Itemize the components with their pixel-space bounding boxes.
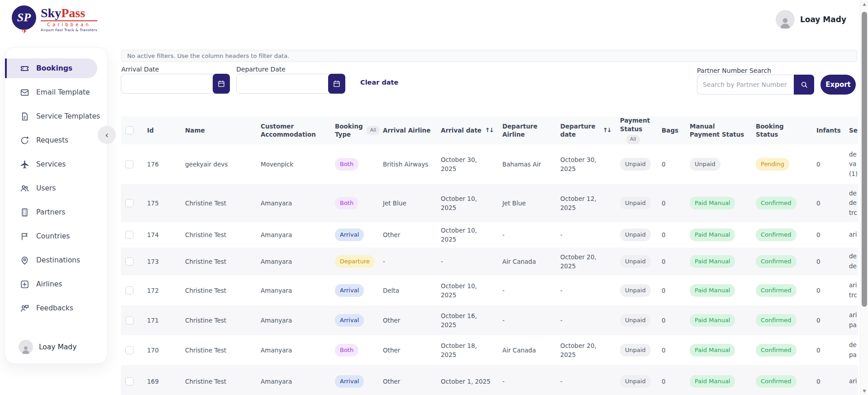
- cell-departure-airline: Air Canada: [498, 247, 556, 276]
- booking-row-175[interactable]: 175Christine TestAmanyaraBothJet BlueOct…: [121, 184, 858, 222]
- partner-search-button[interactable]: [794, 75, 814, 95]
- cell-departure-date: October 20, 2025: [556, 247, 615, 276]
- cell-bags: 0: [657, 222, 685, 247]
- cell-payment-status: Unpaid: [615, 305, 657, 335]
- cell-booking-status: Confirmed: [751, 335, 812, 365]
- booking-row-174[interactable]: 174Christine TestAmanyaraArrivalOtherOct…: [121, 222, 858, 247]
- cell-payment-status: Unpaid: [615, 335, 657, 365]
- row-checkbox[interactable]: [125, 231, 134, 239]
- users-icon: [20, 184, 29, 193]
- cell-arrival-date: October 30, 2025: [436, 144, 498, 184]
- booking-status-badge: Confirmed: [756, 284, 796, 297]
- export-button[interactable]: Export: [820, 75, 856, 95]
- sidebar-item-users[interactable]: Users: [5, 178, 107, 198]
- sidebar-item-bookings[interactable]: Bookings: [5, 58, 97, 78]
- column-header-arrival-date[interactable]: Arrival date↑↓: [436, 116, 498, 144]
- cell-services: ari: [844, 365, 858, 395]
- sidebar-item-services[interactable]: Services: [5, 154, 107, 174]
- row-select-cell: [121, 305, 143, 335]
- column-header-booking-type[interactable]: Booking TypeAll: [330, 116, 378, 144]
- row-checkbox[interactable]: [125, 199, 134, 207]
- payment-status-filter-badge[interactable]: All: [626, 135, 640, 144]
- arrival-date-calendar-button[interactable]: [213, 74, 230, 94]
- row-checkbox[interactable]: [125, 257, 134, 266]
- column-header-services: Se: [844, 116, 858, 144]
- cell-infants: 0: [812, 184, 844, 222]
- cell-infants: 0: [812, 305, 844, 335]
- row-checkbox[interactable]: [125, 346, 134, 354]
- booking-type-badge: Arrival: [335, 314, 364, 327]
- cell-departure-date: October 20, 2025: [556, 335, 615, 365]
- sidebar-item-email-template[interactable]: Email Template: [5, 82, 107, 102]
- cell-arrival-date: October 16, 2025: [436, 305, 498, 335]
- cell-bags: 0: [657, 305, 685, 335]
- scrollbar-thumb[interactable]: [862, 12, 867, 307]
- select-all-checkbox[interactable]: [125, 126, 134, 134]
- sidebar: BookingsEmail TemplateService TemplatesR…: [5, 47, 108, 364]
- manual-payment-status-badge: Paid Manual: [690, 255, 735, 268]
- sort-icon[interactable]: ↑↓: [603, 126, 611, 134]
- row-select-cell: [121, 276, 143, 305]
- sidebar-user[interactable]: Loay Mady: [5, 340, 107, 354]
- cell-manual-payment-status: Paid Manual: [685, 365, 751, 395]
- booking-row-171[interactable]: 171Christine TestAmanyaraArrivalOtherOct…: [121, 305, 858, 335]
- sidebar-collapse-button[interactable]: ‹: [98, 126, 116, 144]
- sidebar-item-airlines[interactable]: Airlines: [5, 274, 107, 294]
- services-text-line: de: [849, 262, 854, 271]
- sidebar-item-destinations[interactable]: Destinations: [5, 250, 107, 270]
- cell-departure-airline: -: [498, 276, 556, 305]
- sidebar-item-feedbacks[interactable]: Feedbacks: [5, 298, 107, 318]
- column-header-payment-status[interactable]: Payment Status All: [615, 116, 657, 144]
- skypass-logo: SP ✈ SkyPass Caribbean Airport Fast Trac…: [12, 5, 97, 33]
- cell-payment-status: Unpaid: [615, 222, 657, 247]
- scrollbar-down-arrow[interactable]: ▼: [860, 389, 868, 393]
- cell-payment-status: Unpaid: [615, 247, 657, 276]
- cell-departure-date: -: [556, 222, 615, 247]
- payment-status-badge: Unpaid: [620, 375, 651, 388]
- cell-booking-type: Both: [330, 144, 378, 184]
- column-header-departure-date[interactable]: Departure date↑↓: [556, 116, 615, 144]
- building-icon: [20, 208, 29, 217]
- booking-row-170[interactable]: 170Christine TestAmanyaraBothOtherOctobe…: [121, 335, 858, 365]
- payment-status-badge: Unpaid: [620, 197, 651, 209]
- main-content: No active filters. Use the column header…: [121, 0, 858, 395]
- cell-id: 173: [143, 247, 181, 276]
- cell-name: Christine Test: [181, 222, 256, 247]
- booking-row-169[interactable]: 169Christine TestAmanyaraArrivalOtherOct…: [121, 365, 858, 395]
- booking-row-173[interactable]: 173Christine TestAmanyaraDeparture--Air …: [121, 247, 858, 276]
- row-checkbox[interactable]: [125, 316, 134, 324]
- row-select-cell: [121, 184, 143, 222]
- cell-accommodation: Amanyara: [256, 335, 330, 365]
- cell-name: Christine Test: [181, 365, 256, 395]
- manual-payment-status-badge: Paid Manual: [690, 314, 735, 327]
- row-select-cell: [121, 247, 143, 276]
- payment-status-badge: Unpaid: [620, 314, 651, 327]
- sidebar-item-requests[interactable]: Requests: [5, 130, 107, 150]
- sidebar-item-countries[interactable]: Countries: [5, 226, 107, 246]
- manual-payment-status-badge: Paid Manual: [690, 344, 735, 357]
- cell-arrival-date: October 10, 2025: [436, 222, 498, 247]
- cell-bags: 0: [657, 144, 685, 184]
- cell-departure-airline: -: [498, 222, 556, 247]
- cell-accommodation: Amanyara: [256, 365, 330, 395]
- mail-icon: [20, 88, 29, 97]
- booking-type-filter-badge[interactable]: All: [367, 126, 380, 135]
- booking-row-172[interactable]: 172Christine TestAmanyaraArrivalDeltaOct…: [121, 276, 858, 305]
- sidebar-item-partners[interactable]: Partners: [5, 202, 107, 222]
- row-checkbox[interactable]: [125, 377, 134, 385]
- cell-departure-date: -: [556, 276, 615, 305]
- booking-row-176[interactable]: 176geekyair devsMovenpickBothBritish Air…: [121, 144, 858, 184]
- cell-arrival-airline: Other: [378, 222, 436, 247]
- scrollbar-up-arrow[interactable]: ▲: [860, 2, 868, 6]
- sort-icon[interactable]: ↑↓: [485, 126, 493, 134]
- sidebar-item-service-templates[interactable]: Service Templates: [5, 106, 107, 126]
- cell-accommodation: Movenpick: [256, 144, 330, 184]
- departure-date-calendar-button[interactable]: [328, 74, 345, 94]
- row-checkbox[interactable]: [125, 160, 134, 168]
- row-checkbox[interactable]: [125, 286, 134, 295]
- cell-name: geekyair devs: [181, 144, 256, 184]
- plane-icon: ✈: [22, 27, 28, 35]
- partner-search-input[interactable]: [697, 75, 794, 95]
- logo-text: SkyPass Caribbean Airport Fast Track & T…: [41, 7, 97, 32]
- clear-date-link[interactable]: Clear date: [360, 79, 398, 86]
